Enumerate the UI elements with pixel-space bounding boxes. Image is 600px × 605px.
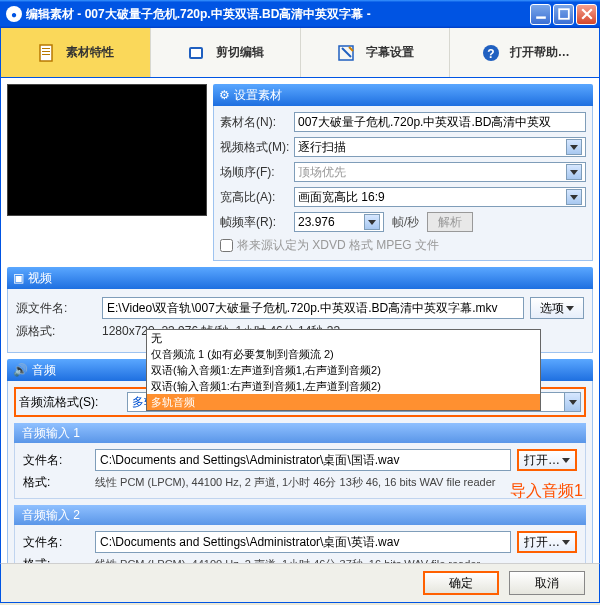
audio1-fmt-label: 格式: [23,474,89,491]
fps-label: 帧频率(R): [220,214,290,231]
svg-rect-0 [536,16,546,18]
xdvd-checkbox[interactable] [220,239,233,252]
fieldorder-value: 顶场优先 [298,164,346,181]
dropdown-option[interactable]: 无 [147,330,540,346]
chevron-down-icon [566,164,582,180]
dropdown-option-selected[interactable]: 多轨音频 [147,394,540,410]
name-input[interactable] [294,112,586,132]
aspect-label: 宽高比(A): [220,189,290,206]
ok-button[interactable]: 确定 [423,571,499,595]
fps-value: 23.976 [298,215,335,229]
audio-input1-header: 音频输入 1 [14,423,586,443]
fps-unit: 帧/秒 [392,214,419,231]
srcfmt-label: 源格式: [16,323,96,340]
aspect-value: 画面宽高比 16:9 [298,189,385,206]
chevron-down-icon [566,189,582,205]
svg-text:?: ? [487,47,494,61]
audio1-file-label: 文件名: [23,452,89,469]
audio2-file-input[interactable] [95,531,511,553]
document-icon [36,42,58,64]
dropdown-option[interactable]: 仅音频流 1 (如有必要复制到音频流 2) [147,346,540,362]
footer: 确定 取消 [0,563,600,603]
settings-header: ⚙ 设置素材 [213,84,593,106]
dropdown-option[interactable]: 双语(输入音频1:右声道到音频1,左声道到音频2) [147,378,540,394]
settings-title: 设置素材 [234,87,282,104]
tab-material-props[interactable]: 素材特性 [1,28,151,77]
fieldorder-label: 场顺序(F): [220,164,290,181]
audio-input2-header: 音频输入 2 [14,505,586,525]
video-preview [7,84,207,216]
chevron-down-icon [566,139,582,155]
speaker-icon: 🔊 [13,363,28,377]
help-icon: ? [480,42,502,64]
dropdown-option[interactable]: 双语(输入音频1:左声道到音频1,右声道到音频2) [147,362,540,378]
vformat-value: 逐行扫描 [298,139,346,156]
fps-select[interactable]: 23.976 [294,212,384,232]
tab-label: 剪切编辑 [216,44,264,61]
tab-label: 打开帮助… [510,44,570,61]
chevron-down-icon [562,458,570,463]
maximize-button[interactable] [553,4,574,25]
audio2-open-button[interactable]: 打开… [517,531,577,553]
tab-label: 字幕设置 [366,44,414,61]
options-button[interactable]: 选项 [530,297,584,319]
srcfile-label: 源文件名: [16,300,96,317]
tab-subtitle[interactable]: 字幕设置 [301,28,451,77]
minimize-button[interactable] [530,4,551,25]
titlebar: ● 编辑素材 - 007大破量子危机.720p.中英双语.BD高清中英双字幕 - [0,0,600,28]
audio-input2-body: 文件名: 打开… 格式: 线性 PCM (LPCM), 44100 Hz, 2 … [14,525,586,563]
app-icon: ● [6,6,22,22]
audio2-fmt-label: 格式: [23,556,89,563]
tab-label: 素材特性 [66,44,114,61]
tab-cut-edit[interactable]: 剪切编辑 [151,28,301,77]
audio2-file-label: 文件名: [23,534,89,551]
toolbar: 素材特性 剪切编辑 字幕设置 ? 打开帮助… [0,28,600,78]
chevron-down-icon [364,214,380,230]
audio1-fmt-value: 线性 PCM (LPCM), 44100 Hz, 2 声道, 1小时 46分 1… [95,476,577,489]
film-icon: ▣ [13,271,24,285]
audio2-fmt-value: 线性 PCM (LPCM), 44100 Hz, 2 声道, 1小时 46分 3… [95,558,577,563]
svg-rect-2 [40,45,52,61]
audio-format-label: 音频流格式(S): [19,394,119,411]
gear-icon: ⚙ [219,88,230,102]
svg-rect-4 [42,51,50,52]
cancel-button[interactable]: 取消 [509,571,585,595]
tab-help[interactable]: ? 打开帮助… [450,28,599,77]
chevron-down-icon [564,393,580,411]
svg-rect-5 [42,54,50,55]
video-title: 视频 [28,270,52,287]
audio-title: 音频 [32,362,56,379]
vformat-label: 视频格式(M): [220,139,290,156]
aspect-select[interactable]: 画面宽高比 16:9 [294,187,586,207]
video-header: ▣ 视频 [7,267,593,289]
name-label: 素材名(N): [220,114,290,131]
srcfile-input[interactable] [102,297,524,319]
audio-format-dropdown-list: 无 仅音频流 1 (如有必要复制到音频流 2) 双语(输入音频1:左声道到音频1… [146,329,541,411]
chevron-down-icon [566,306,574,311]
vformat-select[interactable]: 逐行扫描 [294,137,586,157]
content-area: ⚙ 设置素材 素材名(N): 视频格式(M): 逐行扫描 场顺序(F): 顶场优… [0,78,600,563]
scissors-icon [186,42,208,64]
window-title: 编辑素材 - 007大破量子危机.720p.中英双语.BD高清中英双字幕 - [26,6,530,23]
fieldorder-select[interactable]: 顶场优先 [294,162,586,182]
audio1-open-button[interactable]: 打开… [517,449,577,471]
svg-rect-1 [559,9,569,19]
video-section: ▣ 视频 源文件名: 选项 源格式: 1280x720, 23.976 帧/秒,… [7,267,593,353]
svg-rect-7 [191,49,201,57]
annotation-1: 导入音频1 [510,481,583,502]
settings-panel: ⚙ 设置素材 素材名(N): 视频格式(M): 逐行扫描 场顺序(F): 顶场优… [213,84,593,261]
svg-rect-3 [42,48,50,49]
close-button[interactable] [576,4,597,25]
audio-input1-body: 文件名: 打开… 格式: 线性 PCM (LPCM), 44100 Hz, 2 … [14,443,586,499]
xdvd-label: 将来源认定为 XDVD 格式 MPEG 文件 [237,237,439,254]
subtitle-icon [336,42,358,64]
audio1-file-input[interactable] [95,449,511,471]
chevron-down-icon [562,540,570,545]
analyze-button[interactable]: 解析 [427,212,473,232]
